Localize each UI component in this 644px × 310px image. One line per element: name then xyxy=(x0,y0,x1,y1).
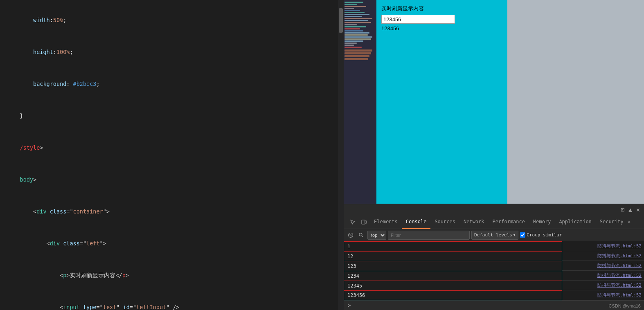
code-line: body> xyxy=(7,164,337,195)
console-entry-1: 1 xyxy=(344,241,562,251)
group-similar-label[interactable]: Group similar xyxy=(520,232,562,238)
rendered-left-panel: 实时刷新显示内容 123456 xyxy=(376,0,507,204)
console-link-4[interactable]: 防抖与节流.html:52 xyxy=(562,271,644,281)
tab-application[interactable]: Application xyxy=(555,215,595,229)
tab-performance[interactable]: Performance xyxy=(489,215,529,229)
context-select[interactable]: top xyxy=(367,231,386,240)
clear-console-button[interactable] xyxy=(346,231,355,240)
group-similar-checkbox[interactable] xyxy=(520,232,525,238)
code-line: <div class="left"> xyxy=(7,227,337,259)
csdn-watermark: CSDN @yma16 xyxy=(609,303,641,308)
console-entry-6: 123456 xyxy=(344,290,562,300)
tab-memory[interactable]: Memory xyxy=(529,215,555,229)
prompt-icon: > xyxy=(348,303,351,308)
code-editor: width:50%; height:100%; background: #b2b… xyxy=(0,0,344,310)
preview-area: 实时刷新显示内容 123456 xyxy=(344,0,644,204)
svg-line-3 xyxy=(349,234,352,236)
svg-line-5 xyxy=(362,236,364,237)
filter-input[interactable] xyxy=(388,231,470,240)
code-token: width xyxy=(20,17,50,23)
tab-security[interactable]: Security xyxy=(596,215,628,229)
code-line: <input type="text" id="leftInput" /> xyxy=(7,291,337,310)
filter-icon[interactable] xyxy=(357,231,366,240)
bottom-bar: > xyxy=(344,300,644,310)
scroll-up-icon[interactable]: ▲ xyxy=(628,206,632,213)
preview-text-show: 123456 xyxy=(381,25,502,31)
scrollbar[interactable] xyxy=(338,0,344,310)
svg-rect-1 xyxy=(365,221,367,223)
console-right-links: 防抖与节流.html:52 防抖与节流.html:52 防抖与节流.html:5… xyxy=(562,241,644,300)
tab-console[interactable]: Console xyxy=(402,215,431,229)
code-line: background: #b2bec3; xyxy=(7,68,337,100)
code-line: width:50%; xyxy=(7,4,337,36)
console-entry-5: 12345 xyxy=(344,281,562,290)
scroll-thumb[interactable] xyxy=(339,8,343,33)
code-line: <p>实时刷新显示内容</p> xyxy=(7,259,337,291)
more-tabs-button[interactable]: » xyxy=(628,219,636,225)
right-panel: 实时刷新显示内容 123456 ⊡ ▲ ✕ xyxy=(344,0,644,310)
console-link-5[interactable]: 防抖与节流.html:52 xyxy=(562,281,644,290)
svg-point-4 xyxy=(359,233,362,236)
device-toolbar-icon[interactable] xyxy=(358,216,370,228)
tab-sources[interactable]: Sources xyxy=(430,215,459,229)
code-line: } xyxy=(7,100,337,132)
tab-network[interactable]: Network xyxy=(459,215,489,229)
preview-title: 实时刷新显示内容 xyxy=(381,5,502,12)
code-line: <div class="container"> xyxy=(7,195,337,227)
rendered-right-panel xyxy=(507,0,644,204)
rendered-preview: 实时刷新显示内容 123456 xyxy=(376,0,644,204)
mini-code-thumbnail xyxy=(344,0,376,204)
console-link-3[interactable]: 防抖与节流.html:52 xyxy=(562,261,644,271)
close-preview-icon[interactable]: ✕ xyxy=(636,206,640,213)
console-entry-2: 12 xyxy=(344,251,562,261)
screenshot-icon[interactable]: ⊡ xyxy=(621,206,624,213)
preview-input[interactable] xyxy=(381,15,455,24)
console-output: 1 12 123 1234 12345 123456 xyxy=(344,241,644,300)
devtools-toolbar: top Default levels ▾ Group similar xyxy=(344,229,644,241)
chevron-down-icon: ▾ xyxy=(513,232,516,238)
inspect-element-icon[interactable] xyxy=(347,216,358,228)
code-line: height:100%; xyxy=(7,36,337,68)
console-entry-3: 123 xyxy=(344,261,562,271)
console-link-1[interactable]: 防抖与节流.html:52 xyxy=(562,241,644,251)
console-entries: 1 12 123 1234 12345 123456 xyxy=(344,241,562,300)
code-line: /style> xyxy=(7,132,337,164)
console-entry-4: 1234 xyxy=(344,271,562,281)
tab-elements[interactable]: Elements xyxy=(370,215,402,229)
default-levels-button[interactable]: Default levels ▾ xyxy=(471,231,518,240)
devtools-tabs-bar: Elements Console Sources Network Perform… xyxy=(344,215,644,229)
devtools-panel: Elements Console Sources Network Perform… xyxy=(344,215,644,310)
svg-rect-0 xyxy=(362,220,365,224)
console-link-6[interactable]: 防抖与节流.html:52 xyxy=(562,290,644,300)
console-link-2[interactable]: 防抖与节流.html:52 xyxy=(562,251,644,261)
preview-bottom-bar: ⊡ ▲ ✕ xyxy=(344,204,644,215)
